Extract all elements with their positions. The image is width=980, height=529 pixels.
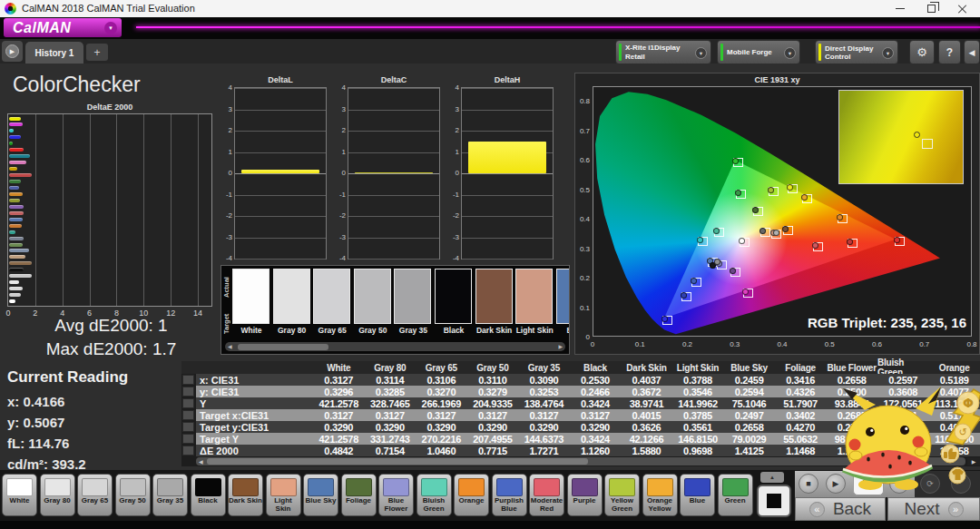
gear-icon: ⚙ [916, 45, 927, 59]
patch-button[interactable]: Dark Skin [228, 474, 263, 516]
patch-button[interactable]: Light Skin [266, 474, 301, 516]
calman-window: CalMAN 2018 CalMAN Trial Evaluation CalM… [0, 0, 980, 529]
row-handle[interactable] [182, 446, 194, 456]
tab-history-1[interactable]: History 1 [25, 42, 83, 64]
axis-tick-label: 0.5 [577, 186, 590, 194]
patch-button-label: Dark Skin [229, 497, 262, 505]
row-label: y: CIE31 [200, 386, 317, 397]
extra-transport-button[interactable] [951, 474, 971, 494]
axis-tick-label: 0.3 [728, 340, 742, 348]
play-button[interactable]: ▶ [826, 474, 846, 494]
calman-logo-menu[interactable]: CalMAN ▼ [4, 18, 122, 37]
display-control-button[interactable]: Direct Display Control ▼ [815, 40, 898, 64]
patch-button[interactable]: Gray 80 [40, 474, 75, 516]
add-tab-button[interactable]: + [86, 44, 108, 61]
patch-button[interactable]: Orange Yellow [642, 474, 678, 516]
collapse-panel-button[interactable]: ◀ [964, 40, 980, 64]
table-cell: 0.5176 [928, 409, 980, 421]
axis-tick-label: 0.7 [917, 340, 932, 348]
scroll-left-icon[interactable]: ◀ [228, 343, 232, 349]
patch-button[interactable]: Gray 35 [152, 474, 188, 516]
axis-tick-label: 0.1 [577, 304, 590, 312]
scrollbar-thumb[interactable] [207, 458, 588, 465]
table-cell: 0.2527 [826, 421, 877, 433]
axis-tick-label: 0.8 [965, 340, 979, 348]
deltae-bar [9, 224, 22, 228]
axis-tick-label: -2 [448, 211, 459, 220]
row-handle[interactable] [182, 410, 194, 420]
row-handle[interactable] [182, 375, 194, 385]
table-cell: 0.3608 [877, 386, 929, 397]
patch-button[interactable]: Blue [680, 474, 715, 516]
play-icon: ▶ [833, 479, 839, 488]
scrollbar-thumb[interactable] [238, 344, 328, 350]
patch-button-label: Blue [681, 497, 714, 505]
gridline [348, 195, 439, 196]
table-cell: 38.9741 [621, 397, 672, 409]
patch-button[interactable]: Blue Sky [303, 474, 338, 516]
table-cell: 0.2658 [826, 374, 877, 386]
patch-button[interactable]: White [2, 474, 37, 516]
table-cell: 0.9698 [672, 445, 724, 456]
cie-point [812, 242, 818, 249]
table-scrollbar[interactable]: ◀ [196, 457, 965, 465]
axis-tick-label: 2 [221, 126, 232, 134]
patch-label: Dark Skin [473, 326, 516, 335]
patch-button[interactable]: Green [718, 474, 753, 516]
deltae-bar [9, 122, 23, 126]
table-cell: 0.3290 [518, 421, 570, 433]
display-label: Direct Display Control [825, 41, 879, 64]
table-cell: 0.3279 [467, 386, 519, 397]
patch-button[interactable]: Bluish Green [416, 474, 452, 516]
patch-button[interactable]: Orange [454, 474, 489, 516]
close-icon[interactable] [947, 0, 976, 17]
gridline [235, 88, 326, 89]
restore-icon[interactable] [916, 0, 946, 17]
patch-button[interactable]: Purplish Blue [492, 474, 527, 516]
loop-button[interactable]: ⟳ [920, 474, 940, 494]
patch-color [458, 478, 485, 496]
scroll-right-icon[interactable]: ▶ [967, 457, 980, 465]
patch-button[interactable]: Foliage [341, 474, 377, 516]
patch-color [496, 478, 523, 496]
help-button[interactable]: ? [938, 40, 961, 64]
continuous-read-button[interactable]: ∞ [889, 474, 909, 494]
patch-viewer-scrollbar[interactable]: ◀ ▶ [225, 342, 565, 351]
row-handle[interactable] [182, 434, 194, 444]
patch-color [534, 478, 560, 496]
patch-button[interactable]: Blue Flower [378, 474, 414, 516]
next-button[interactable]: Next » [887, 497, 980, 521]
patch-button[interactable]: Gray 65 [77, 474, 113, 516]
deltae-bar [9, 268, 24, 271]
table-cell: 0.7715 [467, 445, 519, 456]
workflow-nav-button[interactable]: ▶ [2, 41, 23, 62]
patch-button[interactable]: Yellow Green [604, 474, 640, 516]
source-select-button[interactable]: Mobile Forge ▼ [717, 40, 800, 64]
settings-button[interactable]: ⚙ [909, 40, 935, 64]
minimize-icon[interactable] [886, 0, 915, 17]
back-button[interactable]: « Back [795, 497, 886, 521]
patch-button[interactable]: Black [191, 474, 226, 516]
patch-button[interactable]: Gray 50 [115, 474, 151, 516]
stop-measure-button[interactable] [757, 485, 791, 517]
row-handle[interactable] [182, 422, 194, 432]
row-handle[interactable] [182, 387, 194, 397]
actual-target-patch [556, 269, 570, 324]
table-cell: 113.1269 [928, 397, 980, 409]
deltac-y-axis: 43210-1-2-3-4 [335, 87, 347, 260]
patch-button[interactable]: Purple [567, 474, 603, 516]
patch-button[interactable]: Moderate Red [529, 474, 564, 516]
stop-button[interactable]: ■ [799, 474, 818, 494]
scroll-left-icon[interactable]: ◀ [199, 458, 203, 465]
gridline [348, 152, 439, 153]
read-series-button[interactable] [853, 473, 884, 495]
table-cell: 0.2500 [826, 386, 877, 397]
row-handle[interactable] [182, 398, 194, 408]
meter-select-button[interactable]: X-Rite i1Display Retail LCD (LED RGB) ▼ [615, 40, 711, 64]
back-chevron-icon: « [809, 502, 825, 517]
scroll-right-icon[interactable]: ▶ [558, 343, 563, 349]
gridline [235, 259, 326, 260]
table-cell: 0.6335 [877, 445, 929, 456]
cie-zoom-inset [838, 90, 964, 184]
expand-up-button[interactable]: ▲ [760, 472, 784, 483]
